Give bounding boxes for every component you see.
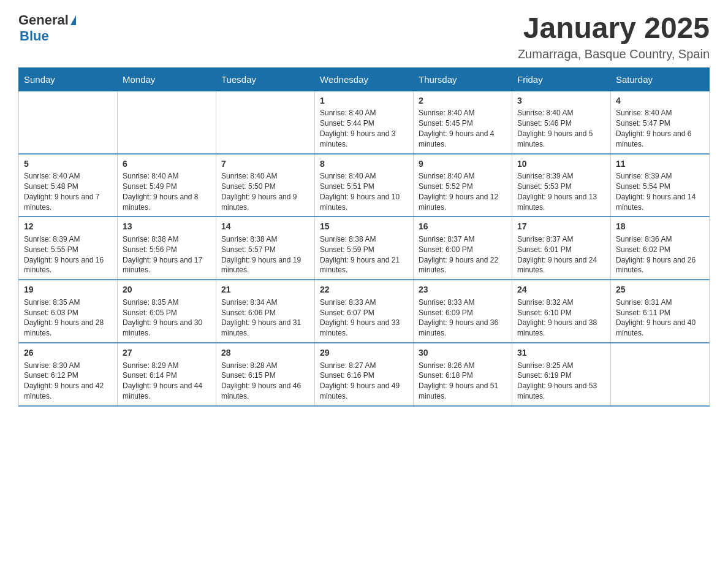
day-info: Daylight: 9 hours and 36 minutes. bbox=[419, 318, 507, 339]
day-number: 11 bbox=[616, 158, 704, 170]
day-info: Daylight: 9 hours and 13 minutes. bbox=[517, 192, 605, 213]
day-of-week-header: Friday bbox=[512, 67, 611, 91]
day-info: Sunset: 5:47 PM bbox=[616, 118, 704, 129]
calendar-cell: 17Sunrise: 8:37 AMSunset: 6:01 PMDayligh… bbox=[512, 216, 611, 280]
day-info: Daylight: 9 hours and 14 minutes. bbox=[616, 192, 704, 213]
calendar-cell bbox=[118, 91, 216, 153]
day-number: 24 bbox=[517, 284, 605, 296]
day-number: 18 bbox=[616, 221, 704, 233]
calendar-cell: 20Sunrise: 8:35 AMSunset: 6:05 PMDayligh… bbox=[118, 280, 216, 343]
day-of-week-header: Sunday bbox=[19, 67, 118, 91]
day-info: Sunset: 6:09 PM bbox=[419, 308, 507, 318]
day-info: Daylight: 9 hours and 24 minutes. bbox=[517, 255, 605, 276]
day-info: Daylight: 9 hours and 51 minutes. bbox=[419, 381, 507, 402]
day-number: 15 bbox=[320, 221, 408, 233]
day-info: Sunrise: 8:37 AM bbox=[517, 234, 605, 245]
logo-text-blue: Blue bbox=[20, 28, 49, 44]
day-info: Sunrise: 8:39 AM bbox=[517, 171, 605, 182]
calendar-week-row: 1Sunrise: 8:40 AMSunset: 5:44 PMDaylight… bbox=[19, 91, 710, 153]
day-info: Sunset: 6:14 PM bbox=[123, 370, 211, 381]
calendar-cell: 31Sunrise: 8:25 AMSunset: 6:19 PMDayligh… bbox=[512, 343, 611, 406]
day-info: Sunrise: 8:40 AM bbox=[320, 108, 408, 118]
day-info: Sunset: 6:06 PM bbox=[221, 308, 309, 318]
day-info: Daylight: 9 hours and 10 minutes. bbox=[320, 192, 408, 213]
calendar-week-row: 5Sunrise: 8:40 AMSunset: 5:48 PMDaylight… bbox=[19, 154, 710, 217]
calendar-cell: 4Sunrise: 8:40 AMSunset: 5:47 PMDaylight… bbox=[611, 91, 710, 153]
day-info: Sunrise: 8:35 AM bbox=[123, 297, 211, 308]
logo: General Blue bbox=[18, 12, 76, 44]
day-of-week-header: Tuesday bbox=[216, 67, 315, 91]
calendar-cell: 13Sunrise: 8:38 AMSunset: 5:56 PMDayligh… bbox=[118, 216, 216, 280]
calendar-cell: 29Sunrise: 8:27 AMSunset: 6:16 PMDayligh… bbox=[315, 343, 414, 406]
day-info: Sunset: 5:49 PM bbox=[123, 182, 211, 192]
day-info: Daylight: 9 hours and 31 minutes. bbox=[221, 318, 309, 339]
day-info: Sunset: 5:50 PM bbox=[221, 182, 309, 192]
calendar-cell: 6Sunrise: 8:40 AMSunset: 5:49 PMDaylight… bbox=[118, 154, 216, 217]
day-info: Daylight: 9 hours and 4 minutes. bbox=[419, 129, 507, 150]
day-info: Sunrise: 8:40 AM bbox=[221, 171, 309, 182]
day-info: Sunset: 5:48 PM bbox=[24, 182, 112, 192]
day-info: Daylight: 9 hours and 6 minutes. bbox=[616, 129, 704, 150]
day-info: Sunset: 6:10 PM bbox=[517, 308, 605, 318]
logo-triangle bbox=[70, 15, 76, 25]
calendar-cell bbox=[19, 91, 118, 153]
day-info: Sunset: 5:51 PM bbox=[320, 182, 408, 192]
day-info: Daylight: 9 hours and 16 minutes. bbox=[24, 255, 112, 276]
day-number: 4 bbox=[616, 95, 704, 107]
day-info: Sunset: 6:00 PM bbox=[419, 245, 507, 255]
day-info: Sunrise: 8:40 AM bbox=[320, 171, 408, 182]
day-info: Sunrise: 8:33 AM bbox=[320, 297, 408, 308]
day-info: Daylight: 9 hours and 42 minutes. bbox=[24, 381, 112, 402]
day-info: Sunrise: 8:40 AM bbox=[419, 108, 507, 118]
calendar-cell: 8Sunrise: 8:40 AMSunset: 5:51 PMDaylight… bbox=[315, 154, 414, 217]
calendar-cell bbox=[216, 91, 315, 153]
day-of-week-header: Thursday bbox=[414, 67, 512, 91]
day-info: Daylight: 9 hours and 21 minutes. bbox=[320, 255, 408, 276]
day-number: 5 bbox=[24, 158, 112, 170]
day-of-week-header: Wednesday bbox=[315, 67, 414, 91]
calendar-cell: 14Sunrise: 8:38 AMSunset: 5:57 PMDayligh… bbox=[216, 216, 315, 280]
day-info: Sunset: 6:03 PM bbox=[24, 308, 112, 318]
day-info: Sunrise: 8:28 AM bbox=[221, 361, 309, 371]
calendar-cell: 1Sunrise: 8:40 AMSunset: 5:44 PMDaylight… bbox=[315, 91, 414, 153]
calendar-table: SundayMondayTuesdayWednesdayThursdayFrid… bbox=[18, 67, 710, 407]
day-info: Sunset: 5:52 PM bbox=[419, 182, 507, 192]
day-info: Sunset: 6:02 PM bbox=[616, 245, 704, 255]
day-info: Daylight: 9 hours and 38 minutes. bbox=[517, 318, 605, 339]
calendar-cell: 3Sunrise: 8:40 AMSunset: 5:46 PMDaylight… bbox=[512, 91, 611, 153]
page-header: General Blue January 2025 Zumarraga, Bas… bbox=[18, 12, 710, 61]
day-info: Sunrise: 8:27 AM bbox=[320, 361, 408, 371]
calendar-cell: 16Sunrise: 8:37 AMSunset: 6:00 PMDayligh… bbox=[414, 216, 512, 280]
day-info: Sunset: 6:15 PM bbox=[221, 370, 309, 381]
day-info: Sunrise: 8:29 AM bbox=[123, 361, 211, 371]
day-number: 1 bbox=[320, 95, 408, 107]
day-info: Daylight: 9 hours and 30 minutes. bbox=[123, 318, 211, 339]
day-info: Sunrise: 8:32 AM bbox=[517, 297, 605, 308]
logo-text-general: General bbox=[18, 12, 69, 28]
calendar-cell: 15Sunrise: 8:38 AMSunset: 5:59 PMDayligh… bbox=[315, 216, 414, 280]
calendar-week-row: 26Sunrise: 8:30 AMSunset: 6:12 PMDayligh… bbox=[19, 343, 710, 406]
day-info: Daylight: 9 hours and 9 minutes. bbox=[221, 192, 309, 213]
day-info: Sunrise: 8:39 AM bbox=[616, 171, 704, 182]
day-info: Sunrise: 8:34 AM bbox=[221, 297, 309, 308]
day-info: Sunrise: 8:30 AM bbox=[24, 361, 112, 371]
day-info: Daylight: 9 hours and 33 minutes. bbox=[320, 318, 408, 339]
day-info: Daylight: 9 hours and 40 minutes. bbox=[616, 318, 704, 339]
day-number: 17 bbox=[517, 221, 605, 233]
day-number: 2 bbox=[419, 95, 507, 107]
calendar-cell: 9Sunrise: 8:40 AMSunset: 5:52 PMDaylight… bbox=[414, 154, 512, 217]
day-info: Sunrise: 8:26 AM bbox=[419, 361, 507, 371]
day-number: 22 bbox=[320, 284, 408, 296]
calendar-cell: 5Sunrise: 8:40 AMSunset: 5:48 PMDaylight… bbox=[19, 154, 118, 217]
day-info: Sunset: 6:19 PM bbox=[517, 370, 605, 381]
day-number: 14 bbox=[221, 221, 309, 233]
calendar-cell: 24Sunrise: 8:32 AMSunset: 6:10 PMDayligh… bbox=[512, 280, 611, 343]
calendar-cell: 23Sunrise: 8:33 AMSunset: 6:09 PMDayligh… bbox=[414, 280, 512, 343]
day-number: 10 bbox=[517, 158, 605, 170]
day-number: 29 bbox=[320, 347, 408, 359]
day-info: Sunrise: 8:38 AM bbox=[123, 234, 211, 245]
day-number: 21 bbox=[221, 284, 309, 296]
day-number: 3 bbox=[517, 95, 605, 107]
calendar-week-row: 19Sunrise: 8:35 AMSunset: 6:03 PMDayligh… bbox=[19, 280, 710, 343]
day-info: Sunrise: 8:40 AM bbox=[419, 171, 507, 182]
